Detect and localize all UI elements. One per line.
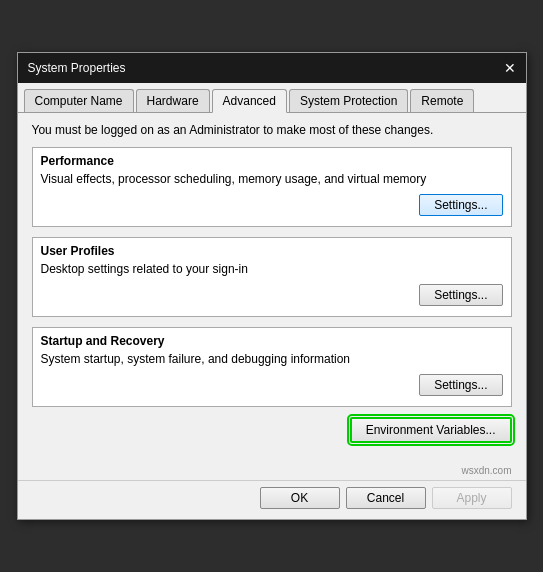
startup-recovery-section: Startup and Recovery System startup, sys… bbox=[32, 327, 512, 407]
startup-recovery-title: Startup and Recovery bbox=[41, 334, 503, 348]
window-title: System Properties bbox=[28, 61, 126, 75]
tab-hardware[interactable]: Hardware bbox=[136, 89, 210, 112]
user-profiles-section: User Profiles Desktop settings related t… bbox=[32, 237, 512, 317]
performance-title: Performance bbox=[41, 154, 503, 168]
admin-notice: You must be logged on as an Administrato… bbox=[32, 123, 512, 137]
startup-recovery-desc: System startup, system failure, and debu… bbox=[41, 352, 503, 366]
close-button[interactable]: ✕ bbox=[504, 61, 516, 75]
user-profiles-button-row: Settings... bbox=[41, 284, 503, 306]
startup-recovery-settings-button[interactable]: Settings... bbox=[419, 374, 502, 396]
user-profiles-title: User Profiles bbox=[41, 244, 503, 258]
startup-recovery-button-row: Settings... bbox=[41, 374, 503, 396]
env-variables-row: Environment Variables... bbox=[32, 417, 512, 443]
performance-button-row: Settings... bbox=[41, 194, 503, 216]
system-properties-window: System Properties ✕ Computer Name Hardwa… bbox=[17, 52, 527, 520]
watermark: wsxdn.com bbox=[18, 463, 526, 480]
tab-advanced[interactable]: Advanced bbox=[212, 89, 287, 113]
title-bar: System Properties ✕ bbox=[18, 53, 526, 83]
tab-computer-name[interactable]: Computer Name bbox=[24, 89, 134, 112]
user-profiles-settings-button[interactable]: Settings... bbox=[419, 284, 502, 306]
apply-button[interactable]: Apply bbox=[432, 487, 512, 509]
ok-button[interactable]: OK bbox=[260, 487, 340, 509]
performance-section: Performance Visual effects, processor sc… bbox=[32, 147, 512, 227]
bottom-button-bar: OK Cancel Apply bbox=[18, 480, 526, 519]
performance-desc: Visual effects, processor scheduling, me… bbox=[41, 172, 503, 186]
tab-bar: Computer Name Hardware Advanced System P… bbox=[18, 83, 526, 113]
performance-settings-button[interactable]: Settings... bbox=[419, 194, 502, 216]
user-profiles-desc: Desktop settings related to your sign-in bbox=[41, 262, 503, 276]
cancel-button[interactable]: Cancel bbox=[346, 487, 426, 509]
environment-variables-button[interactable]: Environment Variables... bbox=[350, 417, 512, 443]
tab-content: You must be logged on as an Administrato… bbox=[18, 113, 526, 463]
tab-system-protection[interactable]: System Protection bbox=[289, 89, 408, 112]
tab-remote[interactable]: Remote bbox=[410, 89, 474, 112]
